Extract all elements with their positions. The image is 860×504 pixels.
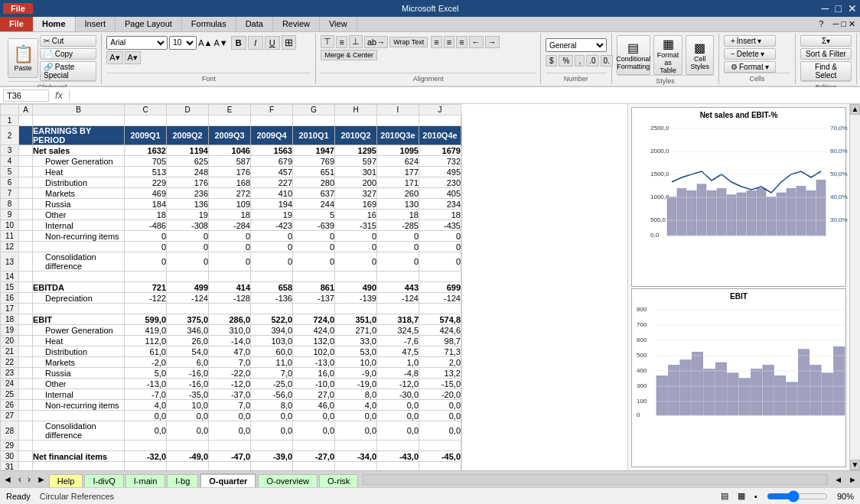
cell[interactable] xyxy=(19,400,33,411)
decrease-font-icon[interactable]: A▼ xyxy=(213,38,227,47)
cell[interactable]: -12,0 xyxy=(209,379,251,389)
cell[interactable]: 0 xyxy=(167,252,209,272)
cell[interactable]: 18 xyxy=(377,210,419,220)
cell[interactable]: 103,0 xyxy=(251,336,293,346)
cell[interactable] xyxy=(251,304,293,314)
cell[interactable] xyxy=(251,272,293,282)
cell[interactable]: -13,0 xyxy=(125,379,167,389)
cell[interactable]: -139 xyxy=(335,293,377,304)
cell[interactable]: 71,3 xyxy=(419,346,461,357)
cell[interactable]: -7,6 xyxy=(377,336,419,346)
cell[interactable]: 0 xyxy=(209,252,251,272)
cell[interactable] xyxy=(293,115,335,126)
cell[interactable] xyxy=(461,451,462,462)
cell[interactable]: Non-recurring items xyxy=(33,231,125,242)
col-header-C[interactable]: C xyxy=(125,105,167,115)
cell[interactable]: 0 xyxy=(335,252,377,272)
cell[interactable]: 0 xyxy=(209,242,251,252)
cell[interactable]: 0 xyxy=(377,242,419,252)
cell[interactable]: 244 xyxy=(293,199,335,210)
cell[interactable]: 721 xyxy=(125,282,167,293)
cell[interactable]: 0,0 xyxy=(125,411,167,421)
cell[interactable]: -13,0 xyxy=(293,357,335,368)
table-row[interactable]: 13Consolidation difference00000000 xyxy=(1,252,462,272)
cell[interactable]: 47,0 xyxy=(209,346,251,357)
cell[interactable]: 0,0 xyxy=(377,421,419,441)
sheet-tab-oquarter[interactable]: O-quarter xyxy=(200,473,256,487)
cell[interactable]: -30,0 xyxy=(377,389,419,400)
cell[interactable]: EARNINGS BY PERIOD xyxy=(33,126,125,145)
cell[interactable]: 1,0 xyxy=(377,357,419,368)
cell[interactable]: 0 xyxy=(293,252,335,272)
cell[interactable] xyxy=(209,272,251,282)
cell[interactable]: 272 xyxy=(209,188,251,199)
cell[interactable] xyxy=(19,462,33,471)
cell[interactable]: 4,0 xyxy=(125,400,167,411)
cell[interactable] xyxy=(461,293,462,304)
cell[interactable]: 0 xyxy=(167,231,209,242)
cell[interactable] xyxy=(19,156,33,167)
cell[interactable]: 443 xyxy=(377,282,419,293)
cell[interactable] xyxy=(125,272,167,282)
italic-button[interactable]: I xyxy=(248,36,263,50)
cell[interactable]: 0 xyxy=(377,231,419,242)
cell[interactable]: 2009Q2 xyxy=(167,126,209,145)
cell[interactable] xyxy=(335,115,377,126)
scroll-up-button[interactable]: ▲ xyxy=(850,104,860,115)
cell[interactable]: 184 xyxy=(125,199,167,210)
cell[interactable]: 109 xyxy=(209,199,251,210)
sheet-tab-help[interactable]: Help xyxy=(49,474,83,487)
cell[interactable]: EBITDA xyxy=(33,282,125,293)
cell[interactable] xyxy=(461,346,462,357)
cell[interactable]: -27,0 xyxy=(293,451,335,462)
table-row[interactable]: 1 xyxy=(1,115,462,126)
cell[interactable]: 260 xyxy=(377,188,419,199)
cell[interactable] xyxy=(293,462,335,471)
cell[interactable]: 0 xyxy=(251,252,293,272)
sheet-nav-left[interactable]: ◄ xyxy=(0,474,15,485)
sheet-tab-orisk[interactable]: O-risk xyxy=(319,474,358,487)
align-right-icon[interactable]: ≡ xyxy=(456,36,467,48)
cell[interactable]: 5 xyxy=(293,210,335,220)
cell[interactable]: 0,0 xyxy=(167,411,209,421)
cell[interactable]: Net sales xyxy=(33,145,125,156)
table-row[interactable]: 1200000000 xyxy=(1,242,462,252)
col-header-E[interactable]: E xyxy=(209,105,251,115)
cell[interactable]: 405 xyxy=(419,188,461,199)
cell[interactable] xyxy=(293,441,335,451)
cell[interactable]: 248 xyxy=(167,167,209,177)
cell[interactable]: -124 xyxy=(419,293,461,304)
increase-indent-icon[interactable]: → xyxy=(485,36,500,48)
cell[interactable]: -34,0 xyxy=(335,451,377,462)
cell[interactable]: 679 xyxy=(251,156,293,167)
cell[interactable]: 0,0 xyxy=(251,421,293,441)
find-select-button[interactable]: Find & Select xyxy=(800,61,852,81)
cell[interactable]: 495 xyxy=(419,167,461,177)
scroll-down-button[interactable]: ▼ xyxy=(850,460,860,470)
cell[interactable]: 0,0 xyxy=(419,411,461,421)
sort-filter-button[interactable]: Sort & Filter xyxy=(800,48,852,60)
cell[interactable]: 176 xyxy=(209,167,251,177)
copy-button[interactable]: 📄 Copy xyxy=(40,48,96,60)
tab-insert[interactable]: Insert xyxy=(76,17,116,31)
cell[interactable] xyxy=(461,145,462,156)
cell[interactable]: 230 xyxy=(419,177,461,188)
cell[interactable] xyxy=(461,177,462,188)
cell[interactable] xyxy=(33,411,125,421)
cell[interactable] xyxy=(19,389,33,400)
cell[interactable]: -9,0 xyxy=(335,368,377,379)
cell[interactable]: 587 xyxy=(209,156,251,167)
cell[interactable]: -284 xyxy=(209,220,251,231)
tab-file[interactable]: File xyxy=(0,17,33,31)
conditional-formatting-button[interactable]: ▤ Conditional Formatting xyxy=(617,35,650,75)
cell[interactable] xyxy=(419,441,461,451)
fill-color-icon[interactable]: A▾ xyxy=(106,51,122,64)
cell[interactable] xyxy=(377,462,419,471)
cell[interactable]: 2010Q4e xyxy=(419,126,461,145)
cell[interactable]: 410 xyxy=(251,188,293,199)
cell[interactable]: 5,0 xyxy=(125,368,167,379)
table-row[interactable]: 29 xyxy=(1,441,462,451)
cell[interactable]: 13,2 xyxy=(419,368,461,379)
cell[interactable]: 769 xyxy=(293,156,335,167)
cell[interactable] xyxy=(293,272,335,282)
